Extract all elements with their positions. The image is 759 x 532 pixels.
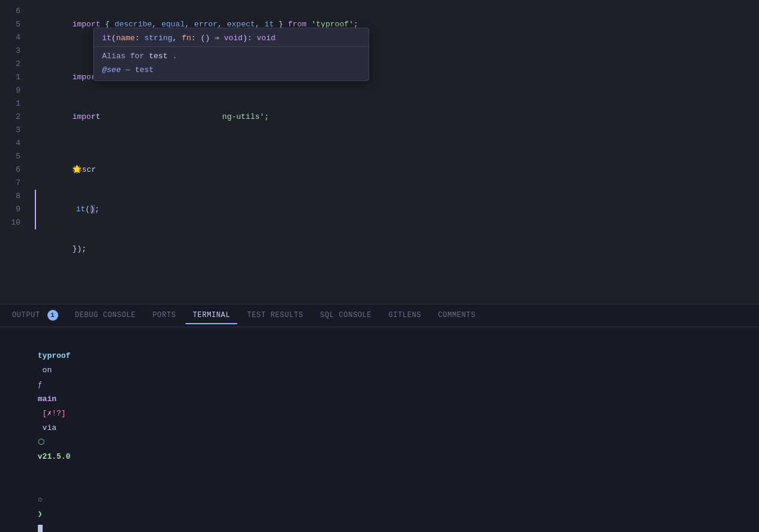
terminal-on: on	[38, 366, 56, 375]
line-num-1a: 1	[10, 71, 20, 84]
line-num-2b: 2	[10, 110, 20, 124]
line-num-1b: 1	[10, 97, 20, 110]
code-line-3: import ng-utils';	[35, 97, 759, 137]
autocomplete-description: Alias for test .	[102, 52, 360, 61]
terminal-via: via	[38, 423, 61, 432]
terminal-prompt1: ❯	[38, 510, 47, 519]
terminal-content[interactable]: typroof on ƒ main [✗!?] via ⬡ v21.5.0 ○ …	[0, 327, 759, 532]
output-badge: 1	[47, 310, 58, 321]
tab-debug-label: DEBUG CONSOLE	[75, 311, 136, 319]
autocomplete-header: it(name: string, fn: () ⇒ void): void	[94, 28, 369, 47]
autocomplete-signature: it(name: string, fn: () ⇒ void): void	[102, 33, 360, 43]
tab-ports-label: PORTS	[153, 311, 176, 319]
tab-output-label: OUTPUT	[12, 311, 40, 319]
line-num-10: 10	[10, 216, 20, 229]
code-line-1a: 🌟scr	[35, 150, 759, 190]
line-num-4b: 4	[10, 137, 20, 150]
tab-terminal-label: TERMINAL	[193, 311, 230, 319]
line-num-4: 4	[10, 31, 20, 44]
tab-output[interactable]: OUTPUT 1	[5, 306, 65, 325]
code-line-1b: });	[35, 229, 759, 269]
line-num-5: 5	[10, 18, 20, 31]
line-num-8: 8	[10, 190, 20, 203]
tab-sql-label: SQL CONSOLE	[320, 311, 372, 319]
code-line-2	[35, 137, 759, 150]
tab-comments[interactable]: COMMENTS	[431, 307, 483, 324]
terminal-project: typroof	[38, 351, 71, 360]
line-num-6: 6	[10, 5, 20, 18]
tab-gitlens-label: GITLENS	[389, 311, 422, 319]
terminal-line-1: typroof on ƒ main [✗!?] via ⬡ v21.5.0	[10, 334, 749, 479]
tab-gitlens[interactable]: GITLENS	[381, 307, 429, 324]
tab-test-results-label: TEST RESULTS	[247, 311, 303, 319]
panel-tabs: OUTPUT 1 DEBUG CONSOLE PORTS TERMINAL TE…	[0, 304, 759, 327]
code-editor[interactable]: 6 5 4 3 2 1 9 1 2 3 4 5 6 7 8 9 10 impor…	[0, 0, 759, 300]
tab-comments-label: COMMENTS	[438, 311, 476, 319]
tab-terminal[interactable]: TERMINAL	[186, 307, 237, 324]
line-num-3: 3	[10, 44, 20, 58]
terminal-line-2: ○ ❯	[10, 479, 749, 532]
tab-test-results[interactable]: TEST RESULTS	[240, 307, 310, 324]
terminal-node-version: v21.5.0	[38, 452, 71, 461]
line-num-5b: 5	[10, 150, 20, 163]
terminal-cursor	[38, 525, 43, 532]
code-line-empty-3	[35, 282, 759, 295]
line-num-3b: 3	[10, 124, 20, 137]
line-num-9b: 9	[10, 203, 20, 216]
terminal-circle: ○	[38, 495, 47, 504]
terminal-node-icon: ⬡	[38, 438, 49, 447]
line-num-2: 2	[10, 58, 20, 71]
line-num-9: 9	[10, 84, 20, 97]
line-numbers: 6 5 4 3 2 1 9 1 2 3 4 5 6 7 8 9 10	[0, 5, 30, 300]
autocomplete-body: Alias for test . @see — test	[94, 47, 369, 80]
terminal-git-status: [✗!?]	[38, 409, 66, 418]
line-num-7: 7	[10, 177, 20, 190]
autocomplete-popup[interactable]: it(name: string, fn: () ⇒ void): void Al…	[93, 28, 369, 81]
bottom-panel: OUTPUT 1 DEBUG CONSOLE PORTS TERMINAL TE…	[0, 304, 759, 532]
terminal-branch: main	[38, 394, 56, 404]
autocomplete-see: @see — test	[102, 65, 360, 74]
code-line-empty-2	[35, 269, 759, 282]
terminal-branch-icon: ƒ	[38, 380, 47, 389]
tab-debug-console[interactable]: DEBUG CONSOLE	[68, 307, 143, 324]
line-num-6b: 6	[10, 163, 20, 177]
code-line-9: it();	[35, 190, 759, 229]
tab-sql-console[interactable]: SQL CONSOLE	[313, 307, 379, 324]
tab-ports[interactable]: PORTS	[145, 307, 183, 324]
